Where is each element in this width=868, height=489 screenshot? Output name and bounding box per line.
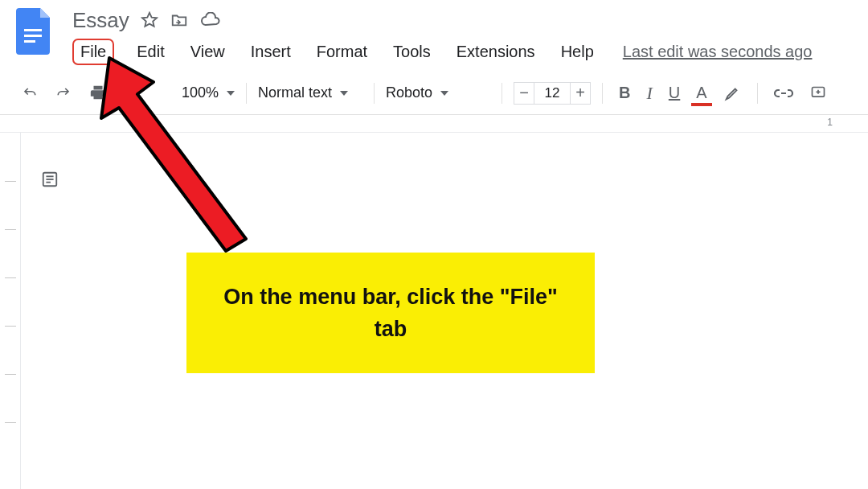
font-size-control: − 12 + — [514, 82, 591, 105]
menu-extensions[interactable]: Extensions — [453, 39, 538, 64]
zoom-dropdown[interactable]: 100% — [182, 84, 235, 101]
title-row: Essay — [72, 6, 812, 34]
zoom-value: 100% — [182, 84, 219, 101]
svg-rect-2 — [24, 40, 35, 43]
horizontal-ruler[interactable]: 1 — [0, 115, 868, 133]
separator — [757, 83, 758, 104]
font-size-increase[interactable]: + — [570, 82, 591, 105]
menu-format[interactable]: Format — [313, 39, 371, 64]
menu-edit[interactable]: Edit — [133, 39, 167, 64]
font-size-value[interactable]: 12 — [534, 82, 570, 105]
highlight-button[interactable] — [719, 83, 746, 104]
cloud-status-icon[interactable] — [200, 12, 221, 28]
chevron-down-icon — [440, 91, 448, 96]
move-folder-icon[interactable] — [170, 11, 189, 29]
print-button[interactable] — [84, 83, 113, 104]
last-edit-link[interactable]: Last edit was seconds ago — [623, 43, 813, 61]
font-dropdown[interactable]: Roboto — [386, 84, 490, 101]
insert-comment-button[interactable] — [805, 84, 832, 103]
undo-button[interactable] — [16, 84, 43, 102]
underline-button[interactable]: U — [664, 82, 685, 104]
separator — [246, 83, 247, 104]
chevron-down-icon — [340, 91, 348, 96]
paragraph-style-dropdown[interactable]: Normal text — [258, 84, 362, 101]
svg-rect-0 — [24, 29, 42, 31]
ruler-mark: 1 — [827, 117, 833, 128]
separator — [502, 83, 502, 104]
style-value: Normal text — [258, 84, 332, 101]
menu-help[interactable]: Help — [558, 39, 597, 64]
star-icon[interactable] — [141, 11, 158, 29]
menu-insert[interactable]: Insert — [248, 39, 294, 64]
insert-link-button[interactable] — [769, 85, 798, 101]
menu-tools[interactable]: Tools — [390, 39, 434, 64]
instruction-callout: On the menu bar, click the "File" tab — [186, 253, 595, 373]
bold-button[interactable]: B — [614, 82, 635, 104]
menu-view[interactable]: View — [187, 39, 228, 64]
separator — [602, 83, 603, 104]
callout-text: On the menu bar, click the "File" tab — [211, 281, 571, 346]
header: Essay File Edit View Insert Format Tools… — [0, 0, 868, 65]
menu-file[interactable]: File — [72, 39, 114, 65]
separator — [374, 83, 375, 104]
vertical-ruler[interactable] — [0, 133, 21, 489]
toolbar: 100% Normal text Roboto − 12 + B I U A — [0, 72, 868, 115]
font-value: Roboto — [386, 84, 432, 101]
docs-app-icon[interactable] — [14, 8, 53, 55]
font-size-decrease[interactable]: − — [514, 82, 534, 105]
menubar: File Edit View Insert Format Tools Exten… — [72, 39, 812, 65]
chevron-down-icon — [227, 91, 235, 96]
svg-rect-1 — [24, 35, 42, 37]
text-color-button[interactable]: A — [691, 82, 711, 104]
document-title[interactable]: Essay — [72, 8, 129, 33]
redo-button[interactable] — [50, 84, 77, 102]
italic-button[interactable]: I — [642, 81, 657, 105]
outline-toggle-icon[interactable] — [40, 171, 59, 191]
